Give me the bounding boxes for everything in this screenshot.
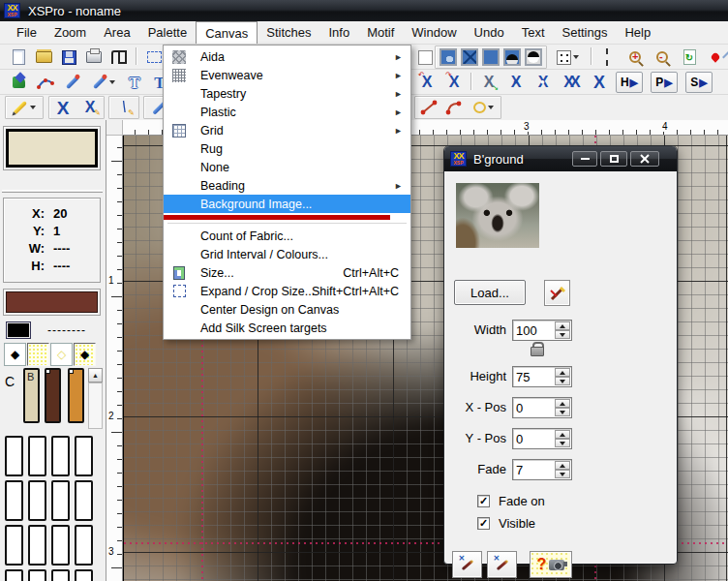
line-style-button[interactable]: -------- <box>35 321 99 339</box>
height-spin-down[interactable] <box>555 377 570 385</box>
blank-swatch-button[interactable] <box>414 46 436 68</box>
text-outline-button[interactable]: T <box>124 72 145 93</box>
pick-colour-button[interactable] <box>706 46 725 68</box>
partial-stitch-button[interactable]: X✎ <box>79 97 101 118</box>
fade-spin-up[interactable] <box>555 461 570 470</box>
cross-stitch-double-button[interactable]: XX <box>560 72 581 93</box>
menu-motif[interactable]: Motif <box>358 21 403 44</box>
palette-swatch[interactable]: B <box>23 368 40 423</box>
menu-info[interactable]: Info <box>319 21 358 44</box>
palette-slot[interactable] <box>75 569 93 581</box>
palette-slot[interactable] <box>28 436 46 476</box>
menu-item-plastic[interactable]: Plastic ► <box>164 103 410 121</box>
palette-slot[interactable] <box>28 569 46 581</box>
print-button[interactable] <box>83 46 105 68</box>
diamond-yellow-button[interactable]: ◇ <box>50 343 73 366</box>
menu-window[interactable]: Window <box>403 21 465 44</box>
menu-item-rug[interactable]: Rug <box>164 139 410 158</box>
menu-stitches[interactable]: Stitches <box>258 21 319 44</box>
refresh-button[interactable]: ↻ <box>679 46 700 68</box>
fade-spin-down[interactable] <box>555 470 570 478</box>
palette-slot[interactable] <box>51 480 70 521</box>
palette-slot[interactable] <box>5 525 23 566</box>
special-stitch-s-button[interactable]: S▶ <box>685 72 713 93</box>
aspect-lock-icon[interactable] <box>530 342 543 354</box>
xpos-input[interactable] <box>516 399 553 416</box>
redo-stitch-button[interactable]: X↷ <box>443 72 465 93</box>
flood-fill-button[interactable] <box>8 72 29 93</box>
load-button[interactable]: Load... <box>454 280 526 305</box>
palette-swatch[interactable] <box>68 368 84 423</box>
xpos-spin-up[interactable] <box>555 399 570 408</box>
menu-undo[interactable]: Undo <box>466 21 513 44</box>
half-stitch-h-button[interactable]: H▶ <box>616 72 643 93</box>
view-halftone-button[interactable] <box>501 46 523 68</box>
menu-help[interactable]: Help <box>616 21 659 44</box>
palette-slot[interactable] <box>75 525 93 566</box>
half-stitch-button[interactable]: \✎ <box>113 97 135 118</box>
xpos-spin-down[interactable] <box>555 408 570 416</box>
menu-item-add-silk-screen-targets[interactable]: Add Silk Screen targets <box>164 319 410 337</box>
pick-colour-remove-button[interactable]: ✕ <box>487 551 517 578</box>
move-stitch-button[interactable]: X↘ <box>478 72 500 93</box>
palette-swatch[interactable] <box>45 368 61 423</box>
maximize-button[interactable] <box>600 151 627 167</box>
diamond-black-button[interactable]: ◆ <box>4 343 26 366</box>
visible-checkbox[interactable]: ✓ <box>477 517 490 530</box>
palette-slot[interactable] <box>75 480 93 521</box>
cross-stitch-solid-button[interactable]: X <box>589 72 610 93</box>
zoom-out-button[interactable]: - <box>652 46 673 68</box>
open-button[interactable] <box>33 46 54 68</box>
menu-text[interactable]: Text <box>513 21 554 44</box>
palette-slot[interactable] <box>28 480 46 521</box>
close-button[interactable] <box>630 151 659 167</box>
palette-slot[interactable] <box>75 436 93 476</box>
view-picture-button[interactable] <box>438 46 459 68</box>
ypos-input[interactable] <box>516 430 553 447</box>
cross-stitch-center-button[interactable]: X● <box>532 72 554 93</box>
current-thread-colour[interactable] <box>6 291 98 313</box>
pencil-menu-button[interactable] <box>8 97 41 118</box>
zoom-in-button[interactable]: + <box>624 46 646 68</box>
dot-grid-button[interactable] <box>552 46 583 68</box>
menu-item-aida[interactable]: Aida ► <box>164 47 410 66</box>
palette-slot[interactable] <box>5 569 23 581</box>
ypos-spin-up[interactable] <box>555 430 570 439</box>
fade-input[interactable] <box>516 461 553 478</box>
menu-item-tapestry[interactable]: Tapestry ► <box>164 84 410 103</box>
help-capture-button[interactable]: ? <box>530 551 572 578</box>
menu-item-center-design[interactable]: Center Design on Canvas <box>164 300 410 319</box>
menu-settings[interactable]: Settings <box>554 21 617 44</box>
sew-view-button[interactable] <box>108 46 130 68</box>
width-spin-up[interactable] <box>555 321 570 330</box>
palette-scroll-up-button[interactable]: ▲ <box>88 368 103 382</box>
undo-stitch-button[interactable]: X↶ <box>416 72 438 93</box>
clear-image-button[interactable] <box>544 280 570 306</box>
fabric-colour-preview[interactable] <box>6 129 98 168</box>
palette-slot[interactable] <box>5 436 23 476</box>
menu-item-expand-crop-size[interactable]: Expand / Crop Size... Shift+Ctrl+Alt+C <box>164 282 410 300</box>
menu-item-size[interactable]: Size... Ctrl+Alt+C <box>164 263 410 282</box>
menu-file[interactable]: File <box>8 21 46 44</box>
fold-line-button[interactable] <box>598 46 620 68</box>
ypos-spin-down[interactable] <box>555 439 570 447</box>
palette-slot[interactable] <box>51 525 70 566</box>
palette-slot[interactable] <box>28 525 46 566</box>
ellipse-tool-button[interactable] <box>469 97 498 118</box>
menu-item-background-image[interactable]: Background Image... <box>164 195 410 213</box>
palette-slot[interactable] <box>51 436 70 476</box>
select-marquee-button[interactable] <box>143 46 165 68</box>
width-spin-down[interactable] <box>555 330 570 339</box>
menu-palette[interactable]: Palette <box>139 21 196 44</box>
width-input[interactable] <box>516 321 553 339</box>
save-button[interactable] <box>58 46 79 68</box>
new-button[interactable] <box>8 46 29 68</box>
height-input[interactable] <box>516 368 553 385</box>
black-swatch-button[interactable] <box>6 321 31 339</box>
menu-canvas[interactable]: Canvas <box>196 21 258 44</box>
full-stitch-button[interactable]: X <box>52 97 74 118</box>
palette-slot[interactable] <box>5 480 23 521</box>
palette-slot[interactable] <box>51 569 70 581</box>
diamond-on-pattern-button[interactable]: ◆ <box>74 343 96 366</box>
view-crosses-button[interactable] <box>459 46 480 68</box>
